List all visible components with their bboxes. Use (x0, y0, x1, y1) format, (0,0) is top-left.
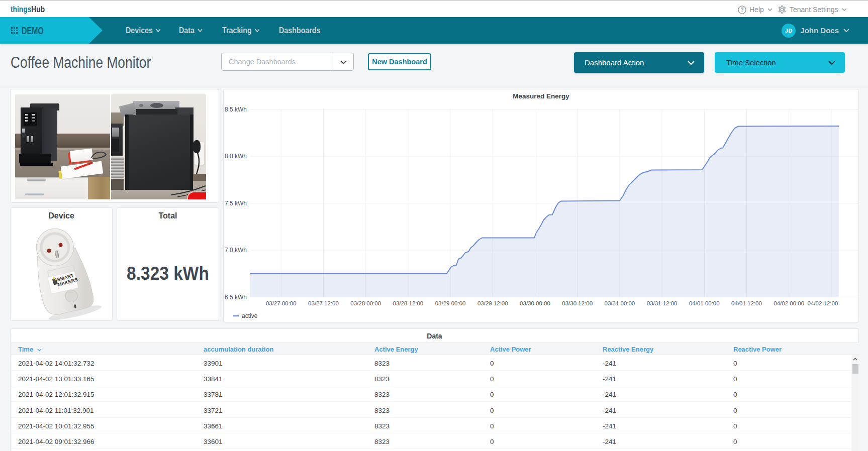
svg-text:8.0 kWh: 8.0 kWh (225, 153, 247, 160)
svg-text:03/31 12:00: 03/31 12:00 (647, 300, 678, 306)
svg-text:03/29 00:00: 03/29 00:00 (435, 300, 466, 306)
svg-text:8.5 kWh: 8.5 kWh (225, 106, 247, 113)
svg-text:6.5 kWh: 6.5 kWh (225, 294, 247, 301)
svg-text:7.0 kWh: 7.0 kWh (225, 247, 247, 254)
svg-text:03/28 00:00: 03/28 00:00 (350, 300, 381, 306)
svg-text:03/29 12:00: 03/29 12:00 (477, 300, 508, 306)
svg-text:03/28 12:00: 03/28 12:00 (393, 300, 424, 306)
svg-text:?: ? (740, 7, 743, 13)
svg-text:03/30 12:00: 03/30 12:00 (562, 300, 593, 306)
svg-text:04/01 12:00: 04/01 12:00 (731, 300, 762, 306)
svg-text:04/02 12:00: 04/02 12:00 (808, 300, 838, 306)
svg-text:03/31 00:00: 03/31 00:00 (605, 300, 635, 306)
svg-text:04/02 00:00: 04/02 00:00 (774, 300, 804, 306)
svg-text:04/01 00:00: 04/01 00:00 (689, 300, 720, 306)
svg-text:03/27 12:00: 03/27 12:00 (308, 300, 339, 306)
svg-text:03/27 00:00: 03/27 00:00 (266, 300, 297, 306)
svg-text:03/30 00:00: 03/30 00:00 (520, 300, 550, 306)
svg-text:active: active (242, 312, 258, 319)
svg-text:7.5 kWh: 7.5 kWh (225, 200, 247, 207)
